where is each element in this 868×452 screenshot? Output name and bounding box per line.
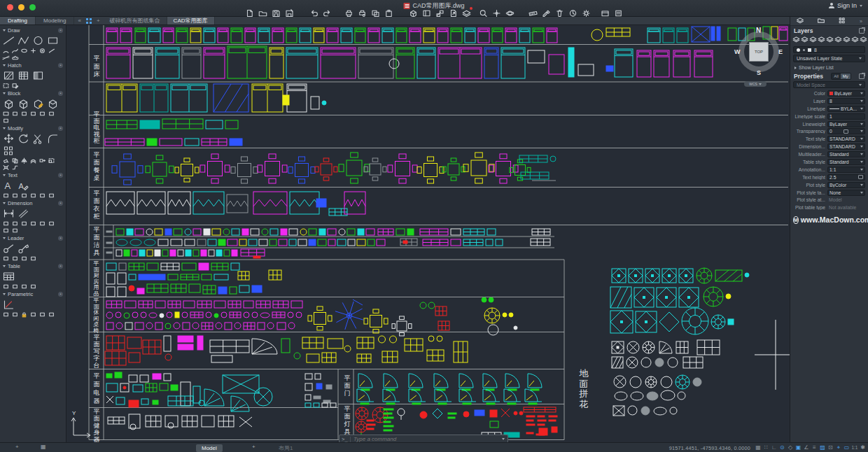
cad-block[interactable]: [612, 269, 626, 283]
cad-block[interactable]: [451, 239, 461, 246]
cad-block[interactable]: [286, 28, 297, 43]
property-value-linetype-scale[interactable]: 1: [827, 113, 865, 120]
show-layer-list-toggle[interactable]: Show Layer List: [790, 64, 868, 71]
merge-layers-icon[interactable]: [860, 36, 867, 44]
cad-block[interactable]: [483, 374, 497, 388]
cad-block[interactable]: [204, 229, 210, 235]
cad-block[interactable]: [606, 28, 630, 36]
merge-cells-icon[interactable]: [29, 283, 37, 290]
cad-block[interactable]: [463, 229, 484, 235]
cad-block[interactable]: [384, 425, 393, 427]
cad-block[interactable]: [190, 312, 203, 318]
cad-block[interactable]: [538, 420, 546, 421]
current-layer-row[interactable]: 8: [793, 46, 865, 53]
layer-freeze-icon[interactable]: [818, 36, 825, 44]
cad-block[interactable]: [202, 323, 213, 330]
fillet-icon[interactable]: [46, 133, 59, 144]
cad-block[interactable]: [155, 250, 160, 256]
minimize-window-icon[interactable]: [18, 4, 24, 10]
cad-block[interactable]: [314, 403, 319, 407]
cad-block[interactable]: [693, 378, 701, 386]
cad-block[interactable]: [165, 323, 171, 329]
cad-block[interactable]: [202, 416, 214, 427]
cad-block[interactable]: [218, 28, 228, 43]
cad-block[interactable]: [490, 410, 497, 417]
cad-block[interactable]: [139, 301, 153, 308]
close-window-icon[interactable]: [7, 4, 13, 10]
cad-block[interactable]: [648, 28, 660, 43]
wcs-dropdown[interactable]: WCS: [744, 81, 766, 87]
cad-block[interactable]: [437, 336, 442, 341]
cad-block[interactable]: [463, 411, 469, 417]
cad-block[interactable]: [438, 28, 448, 43]
cad-block[interactable]: [383, 389, 400, 402]
cad-block[interactable]: [168, 301, 181, 308]
cad-block[interactable]: [147, 263, 158, 270]
cad-block[interactable]: [348, 239, 355, 246]
cad-block[interactable]: [316, 199, 326, 207]
cad-block[interactable]: [155, 301, 165, 308]
cad-block[interactable]: [694, 50, 713, 77]
cad-block[interactable]: [532, 229, 550, 235]
cad-block[interactable]: [711, 27, 715, 41]
section-header-text[interactable]: Text•: [0, 171, 66, 179]
cad-block[interactable]: [168, 423, 174, 428]
cad-block[interactable]: [514, 326, 517, 330]
cad-block[interactable]: [218, 287, 227, 294]
sign-in-button[interactable]: Sign In: [829, 2, 862, 9]
filter-my[interactable]: My: [841, 73, 850, 79]
cad-block[interactable]: [181, 382, 190, 406]
cad-block[interactable]: [223, 375, 259, 393]
add-tab-button[interactable]: +: [252, 444, 255, 450]
cad-block[interactable]: [309, 229, 316, 235]
table-style-icon[interactable]: [2, 283, 10, 290]
cad-block[interactable]: [209, 250, 214, 256]
cad-block[interactable]: [726, 294, 731, 299]
cad-block[interactable]: [717, 27, 720, 41]
cad-block[interactable]: [490, 421, 498, 428]
cad-block[interactable]: [124, 250, 130, 256]
cad-block[interactable]: [119, 263, 126, 270]
cad-block[interactable]: [227, 195, 248, 213]
cad-block[interactable]: [160, 313, 164, 318]
cad-block[interactable]: [137, 288, 144, 294]
cad-block[interactable]: [745, 273, 749, 277]
cad-block[interactable]: [636, 311, 657, 332]
layer-previous-icon[interactable]: [851, 36, 859, 44]
cad-block[interactable]: [165, 229, 172, 235]
cad-block[interactable]: [106, 192, 134, 214]
section-more-icon[interactable]: •: [58, 292, 63, 297]
cad-block[interactable]: [519, 28, 530, 43]
rect-icon[interactable]: [46, 35, 59, 46]
snap-mode-icon[interactable]: ∷: [763, 443, 769, 452]
cad-block[interactable]: [339, 229, 345, 235]
cad-block[interactable]: [357, 337, 374, 348]
cad-block[interactable]: [682, 308, 708, 334]
cad-block[interactable]: [147, 250, 153, 256]
circle-icon[interactable]: [31, 35, 45, 46]
cad-block[interactable]: [106, 301, 122, 308]
cad-block[interactable]: [212, 229, 220, 235]
cad-block[interactable]: [328, 229, 336, 235]
cad-block[interactable]: [531, 239, 550, 246]
cad-block[interactable]: [251, 229, 259, 235]
cad-block[interactable]: [615, 49, 633, 77]
cad-block[interactable]: [141, 399, 148, 404]
cad-block[interactable]: [239, 239, 246, 246]
perpendicular-icon[interactable]: [29, 311, 37, 318]
cad-block[interactable]: [286, 48, 318, 78]
cad-block[interactable]: [368, 239, 374, 246]
window-controls[interactable]: [7, 4, 36, 10]
join-icon[interactable]: [11, 164, 19, 171]
property-value-table-style[interactable]: Standard: [827, 159, 865, 165]
cad-block[interactable]: [438, 321, 449, 330]
cad-block[interactable]: [384, 430, 392, 431]
cad-block[interactable]: [662, 269, 676, 283]
ray-icon[interactable]: [48, 48, 55, 54]
cad-block[interactable]: [244, 312, 249, 318]
cad-block[interactable]: [214, 313, 218, 318]
arc-icon[interactable]: [2, 48, 10, 54]
cad-block[interactable]: [613, 406, 624, 416]
cad-block[interactable]: [410, 28, 421, 43]
cad-block[interactable]: [120, 28, 132, 43]
